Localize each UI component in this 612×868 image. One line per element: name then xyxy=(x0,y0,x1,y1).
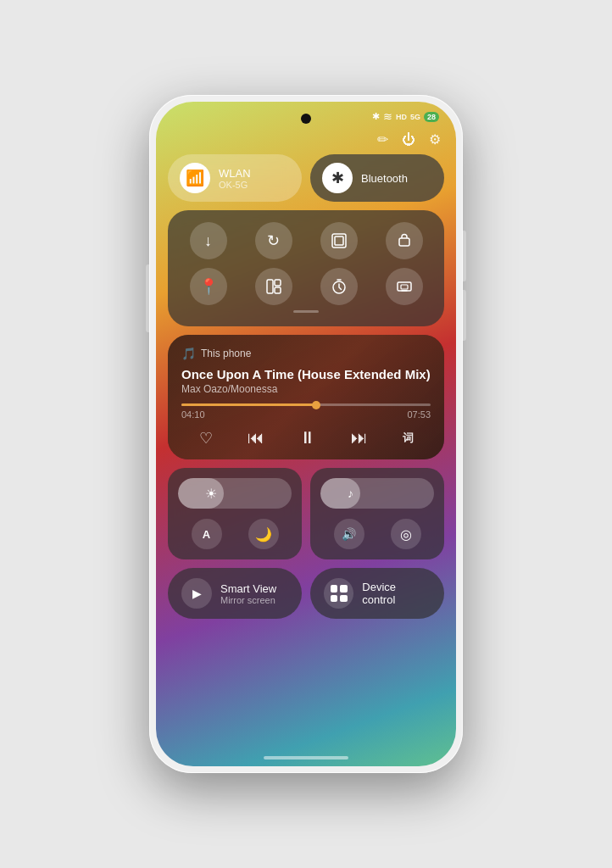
wlan-sublabel: OK-5G xyxy=(219,180,251,190)
home-indicator[interactable] xyxy=(264,756,348,760)
screenshot-icon xyxy=(320,222,358,259)
device-control-icon-circle xyxy=(324,578,353,609)
brightness-sub-icons: A 🌙 xyxy=(178,519,292,549)
timer-icon xyxy=(320,268,358,305)
auto-brightness-icon: A xyxy=(203,528,210,541)
music-progress-bar[interactable] xyxy=(181,403,431,406)
music-progress-fill xyxy=(181,403,316,406)
wifi-status-icon: ≋ xyxy=(383,110,392,123)
music-source-label: This phone xyxy=(201,348,251,359)
speaker-icon: 🔊 xyxy=(342,527,356,541)
volume-panel: ♪ 🔊 ◎ xyxy=(310,468,444,559)
volume-fill: ♪ xyxy=(320,478,360,509)
sync-button[interactable]: ↻ xyxy=(245,222,302,259)
music-controls: ♡ ⏮ ⏸ ⏭ 词 xyxy=(181,428,431,448)
music-total-time: 07:53 xyxy=(407,409,431,420)
cast-icon xyxy=(386,268,423,305)
grid-dot-4 xyxy=(340,595,348,603)
location-icon: 📍 xyxy=(190,268,227,305)
night-mode-icon: 🌙 xyxy=(255,526,272,542)
smart-view-play-icon: ▶ xyxy=(192,587,202,600)
smart-view-icon-circle: ▶ xyxy=(181,578,212,609)
svg-rect-1 xyxy=(335,236,343,245)
auto-brightness-button[interactable]: A xyxy=(192,519,222,549)
wlan-label: WLAN xyxy=(219,167,251,180)
lyrics-button[interactable]: 词 xyxy=(403,431,414,446)
music-title: Once Upon A Time (House Extended Mix) xyxy=(181,367,431,381)
lock-landscape-icon xyxy=(386,222,423,259)
device-grid-icon xyxy=(331,585,348,602)
brightness-sun-icon: ☀ xyxy=(205,486,217,502)
bluetooth-status-icon: ✱ xyxy=(372,111,380,122)
screenshot-button[interactable] xyxy=(310,222,367,259)
grid-dot-1 xyxy=(331,585,338,593)
svg-rect-3 xyxy=(267,280,273,293)
timer-button[interactable] xyxy=(310,268,367,305)
bluetooth-toggle[interactable]: ✱ Bluetooth xyxy=(310,154,444,202)
multi-window-icon xyxy=(255,268,292,305)
data-saver-icon: ↓ xyxy=(190,222,227,259)
music-player-panel[interactable]: 🎵 This phone Once Upon A Time (House Ext… xyxy=(168,335,444,459)
lock-landscape-button[interactable] xyxy=(376,222,432,259)
bluetooth-icon-circle: ✱ xyxy=(322,163,353,193)
music-source-icon: 🎵 xyxy=(181,347,196,360)
wlan-toggle[interactable]: 📶 WLAN OK-5G xyxy=(168,154,302,202)
svg-rect-8 xyxy=(401,285,408,289)
brightness-slider[interactable]: ☀ xyxy=(178,478,292,509)
settings-icon[interactable]: ⚙ xyxy=(429,131,441,147)
grid-dot-3 xyxy=(331,595,338,603)
smart-view-button[interactable]: ▶ Smart View Mirror screen xyxy=(168,568,302,619)
speaker-button[interactable]: 🔊 xyxy=(334,519,364,549)
night-mode-button[interactable]: 🌙 xyxy=(248,519,279,549)
wlan-icon-circle: 📶 xyxy=(180,163,210,193)
multi-window-button[interactable] xyxy=(245,268,302,305)
5g-label: 5G xyxy=(410,113,420,121)
sliders-row: ☀ A 🌙 ♪ xyxy=(156,468,456,559)
quick-toggles-row: 📶 WLAN OK-5G ✱ Bluetooth xyxy=(156,154,456,202)
icon-grid-panel: ↓ ↻ xyxy=(168,210,444,326)
device-control-button[interactable]: Device control xyxy=(310,568,444,619)
cast-button[interactable] xyxy=(376,268,432,305)
svg-rect-4 xyxy=(275,280,281,286)
vibrate-icon: ◎ xyxy=(400,526,412,542)
power-button[interactable] xyxy=(146,264,149,332)
sync-icon: ↻ xyxy=(255,222,292,259)
control-header: ✏ ⏻ ⚙ xyxy=(156,128,456,154)
next-button[interactable]: ⏭ xyxy=(351,428,368,448)
music-current-time: 04:10 xyxy=(181,409,205,420)
music-artist: Max Oazo/Moonessa xyxy=(181,383,431,395)
heart-button[interactable]: ♡ xyxy=(199,429,213,448)
progress-dot xyxy=(312,401,320,409)
volume-down-button[interactable] xyxy=(463,290,466,341)
phone-screen: ✱ ≋ HD 5G 28 ✏ ⏻ ⚙ 📶 xyxy=(156,102,456,766)
prev-button[interactable]: ⏮ xyxy=(248,428,264,448)
wifi-icon: 📶 xyxy=(186,169,204,187)
data-saver-button[interactable]: ↓ xyxy=(180,222,236,259)
grid-dot-2 xyxy=(340,585,348,593)
music-source-row: 🎵 This phone xyxy=(181,347,431,360)
icon-grid: ↓ ↻ xyxy=(180,222,432,305)
status-icons: ✱ ≋ HD 5G 28 xyxy=(372,110,439,123)
camera-notch xyxy=(301,114,311,124)
brightness-fill: ☀ xyxy=(178,478,224,509)
volume-note-icon: ♪ xyxy=(348,487,353,500)
bluetooth-icon: ✱ xyxy=(331,169,344,187)
volume-sub-icons: 🔊 ◎ xyxy=(320,519,434,549)
volume-up-button[interactable] xyxy=(463,231,466,281)
play-pause-button[interactable]: ⏸ xyxy=(299,428,316,448)
smart-view-sublabel: Mirror screen xyxy=(220,595,276,605)
battery-indicator: 28 xyxy=(424,112,439,122)
grid-divider xyxy=(293,310,319,313)
music-time-row: 04:10 07:53 xyxy=(181,409,431,420)
vibrate-button[interactable]: ◎ xyxy=(391,519,421,549)
svg-rect-5 xyxy=(275,287,281,293)
power-icon[interactable]: ⏻ xyxy=(402,132,415,147)
location-button[interactable]: 📍 xyxy=(180,268,236,305)
bluetooth-label: Bluetooth xyxy=(361,172,408,185)
brightness-panel: ☀ A 🌙 xyxy=(168,468,302,559)
hd-label: HD xyxy=(396,113,407,121)
device-control-label: Device control xyxy=(362,581,431,606)
volume-slider[interactable]: ♪ xyxy=(320,478,434,509)
phone-frame: ✱ ≋ HD 5G 28 ✏ ⏻ ⚙ 📶 xyxy=(149,95,463,773)
edit-icon[interactable]: ✏ xyxy=(377,131,388,147)
